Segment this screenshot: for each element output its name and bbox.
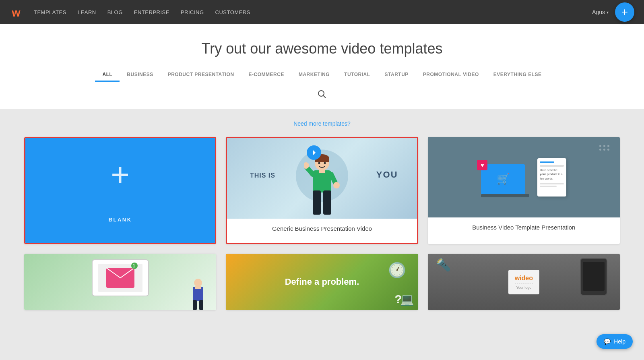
plus-icon: +	[111, 159, 130, 191]
svg-rect-27	[583, 262, 605, 291]
svg-rect-13	[323, 190, 331, 215]
wideo-logo-box: wideo Your logo	[508, 270, 539, 294]
tab-tutorial[interactable]: TUTORIAL	[337, 68, 377, 82]
tab-marketing[interactable]: MARKETING	[291, 68, 337, 82]
templates-grid: + BLANK	[24, 137, 620, 310]
tab-product-presentation[interactable]: PRODUCT PRESENTATION	[161, 68, 242, 82]
svg-point-21	[194, 279, 202, 287]
svg-rect-24	[193, 300, 197, 310]
nav-links: TEMPLATES LEARN BLOG ENTERPRISE PRICING …	[34, 8, 592, 16]
clock-icon: 🕐	[388, 262, 406, 279]
user-menu[interactable]: Agus ▾	[592, 9, 609, 15]
tab-everything-else[interactable]: EVERYTHING ELSE	[486, 68, 549, 82]
template-card-email-marketing[interactable]: 1	[24, 254, 216, 310]
svg-rect-7	[319, 169, 325, 173]
nav-item-blog[interactable]: BLOG	[107, 8, 123, 16]
nav-item-pricing[interactable]: PRICING	[181, 8, 204, 16]
svg-text:w: w	[12, 7, 21, 19]
character-small	[188, 278, 208, 310]
person-figure	[304, 154, 340, 219]
tab-startup[interactable]: STARTUP	[378, 68, 416, 82]
main-content: Need more templates? + BLANK	[0, 109, 644, 326]
nav-item-customers[interactable]: CUSTOMERS	[215, 8, 250, 16]
user-name: Agus	[592, 9, 605, 15]
navbar-right: Agus ▾ +	[592, 2, 634, 22]
svg-rect-12	[313, 190, 321, 215]
svg-text:1: 1	[133, 264, 135, 268]
define-problem-text: Define a problem.	[285, 276, 359, 288]
svg-rect-6	[313, 170, 331, 192]
navbar: w TEMPLATES LEARN BLOG ENTERPRISE PRICIN…	[0, 0, 644, 24]
heart-icon: ♥	[477, 160, 487, 170]
computer-icon: 💻	[400, 293, 414, 306]
document-illustration: Here describe your product in a few word…	[537, 158, 566, 197]
cart-icon: 🛒	[497, 173, 510, 185]
logo[interactable]: w	[10, 4, 26, 20]
svg-line-2	[324, 96, 326, 98]
template-card-blank[interactable]: + BLANK	[24, 137, 216, 244]
need-more-section: Need more templates?	[24, 120, 620, 127]
header-section: Try out our awesome video templates ALL …	[0, 24, 644, 109]
svg-point-14	[318, 162, 320, 164]
svg-point-15	[324, 162, 326, 164]
search-icon[interactable]	[318, 90, 326, 101]
svg-point-11	[333, 182, 340, 188]
need-more-link[interactable]: Need more templates?	[293, 120, 351, 127]
search-bar[interactable]	[8, 82, 636, 109]
tab-all[interactable]: ALL	[95, 68, 120, 82]
blank-label: BLANK	[109, 217, 132, 223]
template-card-wideo[interactable]: 🔦 wideo Your logo	[428, 254, 620, 310]
svg-rect-25	[199, 300, 203, 310]
decoration-dots	[599, 145, 610, 151]
template-card-define-problem[interactable]: Define a problem. 🕐 💻 ?	[226, 254, 418, 310]
you-text: YOU	[376, 170, 398, 180]
tab-business[interactable]: BUSINESS	[120, 68, 160, 82]
question-mark: ?	[394, 292, 402, 306]
tablet-illustration	[580, 258, 608, 298]
business-video-label: Business Video Template Presentation	[428, 217, 620, 237]
page-title: Try out our awesome video templates	[8, 40, 636, 57]
monitor-illustration: 1	[88, 258, 153, 306]
this-is-text: THIS IS	[250, 172, 275, 179]
category-tabs: ALL BUSINESS PRODUCT PRESENTATION E-COMM…	[8, 68, 636, 82]
tab-promotional-video[interactable]: PROMOTIONAL VIDEO	[416, 68, 486, 82]
nav-item-templates[interactable]: TEMPLATES	[34, 8, 66, 16]
tab-ecommerce[interactable]: E-COMMERCE	[242, 68, 291, 82]
nav-item-enterprise[interactable]: ENTERPRISE	[134, 8, 169, 16]
template-card-business-video[interactable]: ♥ 🛒 Here describe your product in a few …	[428, 137, 620, 244]
generic-business-label: Generic Business Presentation Video	[227, 219, 417, 238]
laptop-illustration: ♥ 🛒	[481, 164, 529, 197]
lamp-icon: 🔦	[436, 258, 451, 272]
svg-rect-23	[195, 286, 201, 289]
nav-item-learn[interactable]: LEARN	[78, 8, 96, 16]
create-new-button[interactable]: +	[615, 2, 634, 22]
user-chevron-icon: ▾	[607, 10, 609, 14]
template-card-generic-business[interactable]: THIS IS YOU Generic Business Presentatio…	[226, 137, 418, 244]
